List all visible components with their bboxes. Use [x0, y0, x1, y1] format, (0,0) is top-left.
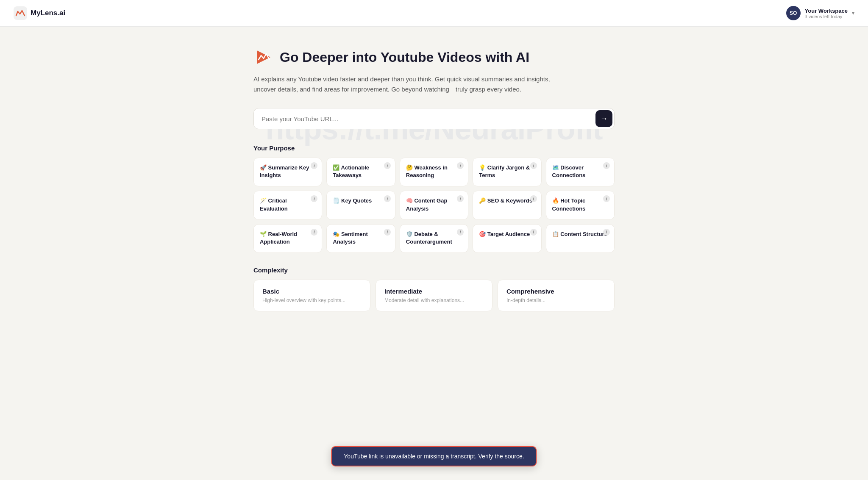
- purpose-card-6[interactable]: i 🗒️ Key Quotes: [326, 191, 395, 219]
- purpose-card-9[interactable]: i 🔥 Hot Topic Connections: [546, 191, 615, 219]
- purpose-card-label-1: ✅ Actionable Takeaways: [333, 164, 389, 179]
- avatar: SO: [786, 6, 801, 20]
- purpose-card-3[interactable]: i 💡 Clarify Jargon & Terms: [473, 158, 541, 186]
- purpose-card-label-11: 🎭 Sentiment Analysis: [333, 230, 389, 246]
- info-icon-1[interactable]: i: [384, 162, 391, 169]
- purpose-card-14[interactable]: i 📋 Content Structure: [546, 224, 615, 253]
- purpose-card-label-2: 🤔 Weakness in Reasoning: [406, 164, 462, 179]
- toast-notification: YouTube link is unavailable or missing a…: [331, 446, 537, 466]
- logo-text: MyLens.ai: [31, 9, 65, 17]
- purpose-section-label: Your Purpose: [253, 144, 615, 152]
- workspace-name: Your Workspace: [805, 8, 848, 14]
- main-content: https://t.me/NeuralProfit Go Deeper into…: [243, 27, 625, 345]
- hero-section: Go Deeper into Youtube Videos with AI AI…: [253, 47, 615, 94]
- purpose-card-label-9: 🔥 Hot Topic Connections: [552, 197, 608, 212]
- complexity-card-0[interactable]: Basic High-level overview with key point…: [253, 280, 370, 311]
- purpose-card-8[interactable]: i 🔑 SEO & Keywords: [473, 191, 541, 219]
- complexity-card-2[interactable]: Comprehensive In-depth details...: [498, 280, 615, 311]
- hero-description: AI explains any Youtube video faster and…: [253, 74, 559, 94]
- complexity-title-2: Comprehensive: [506, 288, 606, 295]
- purpose-card-label-4: 🗺️ Discover Connections: [552, 164, 608, 179]
- complexity-section-label: Complexity: [253, 266, 615, 274]
- info-icon-2[interactable]: i: [457, 162, 464, 169]
- info-icon-5[interactable]: i: [311, 195, 317, 202]
- purpose-grid: i 🚀 Summarize Key Insights i ✅ Actionabl…: [253, 158, 615, 253]
- url-input-container: →: [253, 108, 615, 129]
- logo-icon: [14, 6, 27, 20]
- purpose-card-label-12: 🛡️ Debate & Counterargument: [406, 230, 462, 246]
- info-icon-14[interactable]: i: [603, 229, 610, 236]
- info-icon-8[interactable]: i: [530, 195, 537, 202]
- hero-brand-icon: [253, 47, 274, 67]
- purpose-card-12[interactable]: i 🛡️ Debate & Counterargument: [400, 224, 468, 253]
- hero-title: Go Deeper into Youtube Videos with AI: [280, 50, 529, 65]
- workspace-button[interactable]: SO Your Workspace 3 videos left today ▾: [786, 6, 854, 20]
- info-icon-6[interactable]: i: [384, 195, 391, 202]
- info-icon-9[interactable]: i: [603, 195, 610, 202]
- purpose-card-13[interactable]: i 🎯 Target Audience: [473, 224, 541, 253]
- purpose-card-1[interactable]: i ✅ Actionable Takeaways: [326, 158, 395, 186]
- complexity-title-1: Intermediate: [384, 288, 484, 295]
- workspace-info: Your Workspace 3 videos left today: [805, 8, 848, 19]
- purpose-card-5[interactable]: i 🪄 Critical Evaluation: [253, 191, 322, 219]
- purpose-card-label-6: 🗒️ Key Quotes: [333, 197, 389, 205]
- complexity-desc-0: High-level overview with key points...: [262, 297, 362, 303]
- purpose-card-label-7: 🧠 Content Gap Analysis: [406, 197, 462, 212]
- complexity-grid: Basic High-level overview with key point…: [253, 280, 615, 311]
- info-icon-7[interactable]: i: [457, 195, 464, 202]
- purpose-card-7[interactable]: i 🧠 Content Gap Analysis: [400, 191, 468, 219]
- chevron-down-icon: ▾: [852, 10, 854, 16]
- purpose-card-label-13: 🎯 Target Audience: [479, 230, 535, 238]
- info-icon-12[interactable]: i: [457, 229, 464, 236]
- purpose-card-label-3: 💡 Clarify Jargon & Terms: [479, 164, 535, 179]
- complexity-card-1[interactable]: Intermediate Moderate detail with explan…: [376, 280, 492, 311]
- complexity-desc-2: In-depth details...: [506, 297, 606, 303]
- url-submit-button[interactable]: →: [595, 110, 612, 127]
- header: MyLens.ai SO Your Workspace 3 videos lef…: [0, 0, 868, 27]
- workspace-sub: 3 videos left today: [805, 14, 843, 19]
- info-icon-4[interactable]: i: [603, 162, 610, 169]
- hero-title-row: Go Deeper into Youtube Videos with AI: [253, 47, 529, 67]
- submit-arrow-icon: →: [600, 114, 608, 123]
- url-input[interactable]: [262, 115, 595, 122]
- purpose-card-label-8: 🔑 SEO & Keywords: [479, 197, 535, 205]
- purpose-card-4[interactable]: i 🗺️ Discover Connections: [546, 158, 615, 186]
- info-icon-11[interactable]: i: [384, 229, 391, 236]
- purpose-card-label-0: 🚀 Summarize Key Insights: [260, 164, 316, 179]
- complexity-desc-1: Moderate detail with explanations...: [384, 297, 484, 303]
- info-icon-10[interactable]: i: [311, 229, 317, 236]
- complexity-title-0: Basic: [262, 288, 362, 295]
- purpose-card-2[interactable]: i 🤔 Weakness in Reasoning: [400, 158, 468, 186]
- purpose-card-label-14: 📋 Content Structure: [552, 230, 608, 238]
- info-icon-0[interactable]: i: [311, 162, 317, 169]
- toast-message: YouTube link is unavailable or missing a…: [344, 453, 524, 460]
- purpose-card-10[interactable]: i 🌱 Real-World Application: [253, 224, 322, 253]
- info-icon-3[interactable]: i: [530, 162, 537, 169]
- purpose-card-label-5: 🪄 Critical Evaluation: [260, 197, 316, 212]
- info-icon-13[interactable]: i: [530, 229, 537, 236]
- purpose-card-11[interactable]: i 🎭 Sentiment Analysis: [326, 224, 395, 253]
- purpose-card-0[interactable]: i 🚀 Summarize Key Insights: [253, 158, 322, 186]
- purpose-card-label-10: 🌱 Real-World Application: [260, 230, 316, 246]
- logo-area: MyLens.ai: [14, 6, 65, 20]
